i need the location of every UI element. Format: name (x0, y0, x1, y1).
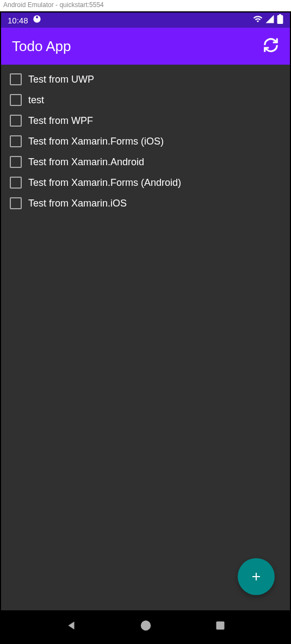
app-bar: Todo App (1, 28, 290, 65)
refresh-button[interactable] (263, 37, 279, 55)
signal-icon (265, 14, 275, 26)
plus-icon (250, 570, 263, 583)
recent-square-icon (215, 620, 226, 631)
todo-label: Test from WPF (28, 115, 93, 127)
todo-item[interactable]: Test from Xamarin.Android (1, 152, 290, 172)
todo-checkbox[interactable] (10, 94, 22, 106)
todo-item[interactable]: Test from Xamarin.Forms (iOS) (1, 131, 290, 152)
nav-back-button[interactable] (65, 620, 77, 634)
todo-checkbox[interactable] (10, 197, 22, 209)
todo-item[interactable]: test (1, 90, 290, 110)
todo-checkbox[interactable] (10, 156, 22, 168)
todo-item[interactable]: Test from UWP (1, 69, 290, 90)
device-frame: 10:48 Todo App (0, 11, 291, 644)
wifi-icon (253, 14, 263, 26)
todo-checkbox[interactable] (10, 73, 22, 85)
emulator-titlebar: Android Emulator - quickstart:5554 (0, 0, 291, 11)
todo-label: Test from Xamarin.iOS (28, 198, 127, 209)
battery-icon (277, 14, 283, 26)
svg-point-2 (141, 621, 151, 630)
todo-checkbox[interactable] (10, 135, 22, 147)
status-right (253, 14, 283, 26)
todo-checkbox[interactable] (10, 177, 22, 189)
home-circle-icon (140, 620, 152, 632)
todo-label: Test from UWP (28, 74, 94, 85)
status-bar: 10:48 (1, 12, 290, 28)
todo-item[interactable]: Test from Xamarin.Forms (Android) (1, 172, 290, 193)
todo-item[interactable]: Test from Xamarin.iOS (1, 193, 290, 214)
refresh-icon (263, 37, 279, 53)
todo-label: Test from Xamarin.Forms (iOS) (28, 136, 164, 147)
nav-recent-button[interactable] (215, 620, 226, 633)
status-time: 10:48 (8, 16, 28, 25)
navigation-bar (1, 610, 290, 643)
todo-label: Test from Xamarin.Android (28, 157, 144, 168)
status-left: 10:48 (8, 15, 41, 26)
svg-rect-3 (216, 622, 225, 630)
todo-list[interactable]: Test from UWPtestTest from WPFTest from … (1, 65, 290, 218)
todo-label: Test from Xamarin.Forms (Android) (28, 177, 181, 189)
emulator-title: Android Emulator - quickstart:5554 (3, 1, 104, 9)
todo-item[interactable]: Test from WPF (1, 110, 290, 131)
back-triangle-icon (65, 620, 77, 632)
status-badge-icon (33, 15, 41, 26)
app-title: Todo App (12, 38, 71, 55)
content-area: Test from UWPtestTest from WPFTest from … (1, 65, 290, 610)
todo-checkbox[interactable] (10, 115, 22, 127)
nav-home-button[interactable] (140, 620, 152, 634)
add-button[interactable] (238, 558, 275, 595)
svg-point-1 (36, 16, 38, 18)
todo-label: test (28, 95, 44, 106)
